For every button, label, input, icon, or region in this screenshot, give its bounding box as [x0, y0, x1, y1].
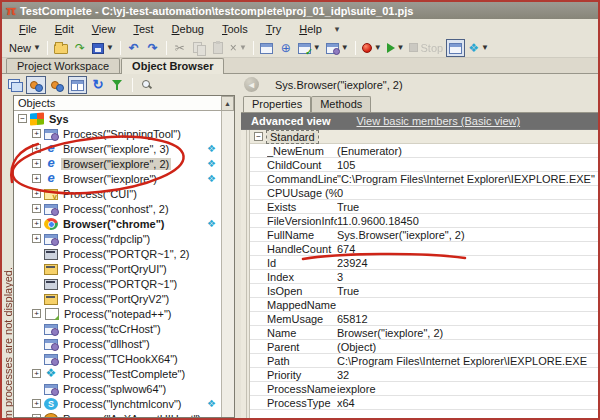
- tree-item[interactable]: + Process("AeXAgentUIHost") ❖: [14, 411, 221, 417]
- basic-view-link[interactable]: View basic members (Basic view): [356, 115, 520, 127]
- tree-item[interactable]: + Process("notepad++") ❖: [14, 306, 221, 321]
- filter-button[interactable]: [109, 76, 127, 94]
- run-button[interactable]: ▼: [385, 39, 407, 57]
- tree-item[interactable]: − Sys ❖: [14, 111, 221, 126]
- expand-box-icon[interactable]: +: [32, 369, 41, 378]
- property-row[interactable]: Priority 32: [241, 368, 598, 382]
- new-button[interactable]: New▼: [7, 39, 43, 57]
- copy-button[interactable]: [190, 39, 208, 57]
- object-spy-button[interactable]: ❖▼: [466, 39, 491, 57]
- tab-methods[interactable]: Methods: [311, 96, 371, 112]
- menu-tools[interactable]: Tools: [213, 21, 257, 37]
- property-row[interactable]: HandleCount 674: [241, 242, 598, 256]
- tree-item[interactable]: Process("PORTQR~1") ❖: [14, 276, 221, 291]
- tree-item[interactable]: + Process("CUI") ❖: [14, 186, 221, 201]
- property-row[interactable]: Index 3: [241, 270, 598, 284]
- property-row[interactable]: ProcessType x64: [241, 396, 598, 410]
- reopen-button[interactable]: ↷: [71, 39, 89, 57]
- tab-properties[interactable]: Properties: [243, 96, 311, 112]
- menu-view[interactable]: View: [83, 21, 125, 37]
- menu-help[interactable]: Help: [290, 21, 331, 37]
- expand-box-icon[interactable]: +: [32, 189, 41, 198]
- property-row[interactable]: IsOpen True: [241, 284, 598, 298]
- tree-item[interactable]: + Process("SnippingTool") ❖: [14, 126, 221, 141]
- menu-debug[interactable]: Debug: [163, 21, 213, 37]
- property-row[interactable]: FileVersionInfo 11.0.9600.18450: [241, 214, 598, 228]
- undo-button[interactable]: ↶: [125, 39, 143, 57]
- back-button[interactable]: ◄: [244, 77, 259, 92]
- refresh-button[interactable]: ↻: [89, 76, 107, 94]
- property-row[interactable]: MappedName: [241, 298, 598, 312]
- cut-button[interactable]: ✂: [171, 39, 189, 57]
- show-hidden-button[interactable]: [48, 76, 66, 94]
- property-row[interactable]: ProcessName iexplore: [241, 382, 598, 396]
- menu-edit[interactable]: Edit: [46, 21, 83, 37]
- group-row-standard[interactable]: − Standard: [241, 130, 598, 144]
- tree-item[interactable]: Process("PORTQR~1", 2) ❖: [14, 246, 221, 261]
- add-window-button[interactable]: [258, 39, 276, 57]
- property-row[interactable]: Name Browser("iexplore", 2): [241, 326, 598, 340]
- expand-box-icon[interactable]: +: [32, 129, 41, 138]
- tree-item[interactable]: Process("PortQryUI") ❖: [14, 261, 221, 276]
- object-browser-button[interactable]: [446, 39, 465, 57]
- expand-box-icon[interactable]: +: [32, 219, 41, 228]
- tree-item[interactable]: + S Process("lynchtmlconv") ❖: [14, 396, 221, 411]
- tree-item[interactable]: Process("splwow64") ❖: [14, 381, 221, 396]
- redo-button[interactable]: ↷: [144, 39, 162, 57]
- property-row[interactable]: Exists True: [241, 200, 598, 214]
- tile-view-button[interactable]: [68, 76, 87, 94]
- menu-overflow-icon[interactable]: ▾: [331, 24, 344, 34]
- expand-box-icon[interactable]: +: [32, 204, 41, 213]
- expand-box-icon[interactable]: +: [32, 234, 41, 243]
- record-button[interactable]: ▼: [360, 39, 384, 57]
- copy-object-button[interactable]: [6, 76, 24, 94]
- menu-file[interactable]: File: [10, 21, 46, 37]
- show-objects-button[interactable]: [26, 76, 46, 94]
- stop-button[interactable]: Stop: [407, 39, 445, 57]
- expand-box-icon[interactable]: −: [18, 114, 27, 123]
- property-row[interactable]: Id 23924: [241, 256, 598, 270]
- expand-box-icon[interactable]: +: [32, 159, 41, 168]
- delete-button[interactable]: ×▼: [228, 39, 249, 57]
- options-button[interactable]: ▼: [324, 39, 351, 57]
- property-row[interactable]: Parent (Object): [241, 340, 598, 354]
- property-row[interactable]: MemUsage 65812: [241, 312, 598, 326]
- open-button[interactable]: [52, 39, 70, 57]
- tree-item[interactable]: + e Browser("iexplore", 3) ❖: [14, 141, 221, 156]
- scroll-up-button[interactable]: ▲: [221, 96, 234, 111]
- collapse-box-icon[interactable]: −: [254, 132, 263, 141]
- property-row[interactable]: CommandLine "C:\Program Files\Internet E…: [241, 172, 598, 186]
- expand-box-icon[interactable]: +: [32, 414, 41, 417]
- search-object-button[interactable]: [138, 76, 156, 94]
- expand-box-icon[interactable]: +: [32, 144, 41, 153]
- save-button[interactable]: ▼: [90, 39, 116, 57]
- paste-button[interactable]: [209, 39, 227, 57]
- tree-item[interactable]: Process("TCHookX64") ❖: [14, 351, 221, 366]
- tree-item[interactable]: + Process("conhost", 2) ❖: [14, 201, 221, 216]
- tree-item[interactable]: Process("PortQryV2") ❖: [14, 291, 221, 306]
- tree-item[interactable]: Process("dllhost") ❖: [14, 336, 221, 351]
- tab-object-browser[interactable]: Object Browser: [121, 58, 224, 74]
- expand-box-icon[interactable]: +: [32, 309, 41, 318]
- tab-project-workspace[interactable]: Project Workspace: [6, 58, 120, 73]
- tree-item[interactable]: + e Browser("iexplore", 2) ❖: [14, 156, 221, 171]
- checked-folder-button[interactable]: ▼: [296, 39, 323, 57]
- property-row[interactable]: CPUUsage (%) 0: [241, 186, 598, 200]
- property-row[interactable]: FullName Sys.Browser("iexplore", 2): [241, 228, 598, 242]
- property-row[interactable]: ChildCount 105: [241, 158, 598, 172]
- expand-box-icon[interactable]: +: [32, 399, 41, 408]
- property-row[interactable]: Path C:\Program Files\Internet Explorer\…: [241, 354, 598, 368]
- property-row[interactable]: _NewEnum (Enumerator): [241, 144, 598, 158]
- tree-item[interactable]: + ❖ Process("TestComplete") ❖: [14, 366, 221, 381]
- tree-item[interactable]: + e Browser("iexplore") ❖: [14, 171, 221, 186]
- menu-try[interactable]: Try: [257, 21, 290, 37]
- title-bar[interactable]: π TestComplete - C:\yj-test-automation\t…: [2, 2, 598, 19]
- tree-item[interactable]: + Browser("chrome") ❖: [14, 216, 221, 231]
- left-vertical-tab[interactable]: tem processes are not displayed.: [2, 95, 13, 418]
- expand-box-icon[interactable]: +: [32, 174, 41, 183]
- tree-item[interactable]: Process("tcCrHost") ❖: [14, 321, 221, 336]
- web-button[interactable]: ⊕: [277, 39, 295, 57]
- tree-item[interactable]: + Process("rdpclip") ❖: [14, 231, 221, 246]
- tree-scrollbar[interactable]: [221, 111, 234, 417]
- menu-test[interactable]: Test: [124, 21, 162, 37]
